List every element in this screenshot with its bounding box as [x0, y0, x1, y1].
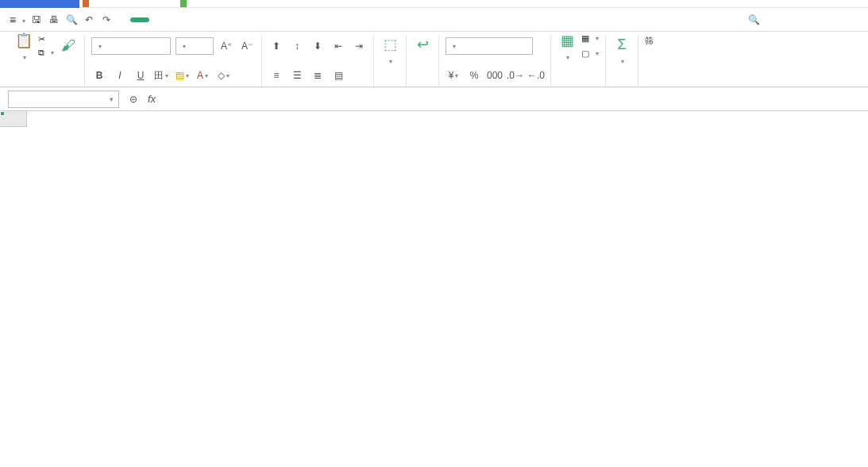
brush-icon: 🖌 — [59, 36, 78, 55]
conditional-label — [565, 52, 569, 61]
decrease-font-icon[interactable]: A⁻ — [239, 38, 255, 54]
font-size-select[interactable] — [176, 37, 214, 55]
sum-button[interactable]: Σ — [612, 35, 631, 65]
fill-handle[interactable] — [0, 111, 5, 116]
app-tab[interactable] — [0, 0, 79, 8]
fx-icon[interactable]: fx — [148, 93, 156, 105]
merge-label — [388, 56, 392, 65]
print-icon[interactable]: 🖶 — [48, 14, 60, 26]
fill-color-icon[interactable]: ▤ — [174, 68, 190, 83]
group-clipboard: 📋 ✂ ⧉ 🖌 — [8, 35, 85, 87]
table-style-button[interactable]: ▦ — [581, 33, 599, 44]
redo-icon[interactable]: ↷ — [100, 14, 113, 26]
cell-icon: ▢ — [581, 48, 589, 59]
align-center-icon[interactable]: ☰ — [289, 68, 305, 83]
sum-label — [619, 56, 624, 65]
more-label: 筛 — [645, 35, 654, 47]
italic-icon[interactable]: I — [112, 68, 128, 83]
search-input[interactable] — [763, 14, 858, 25]
scissors-icon: ✂ — [38, 34, 45, 44]
format-painter-button[interactable]: 🖌 — [59, 36, 78, 56]
font-color-icon[interactable]: A — [195, 68, 210, 83]
grid[interactable] — [0, 111, 868, 467]
font-name-select[interactable] — [91, 37, 171, 55]
quick-access-bar: ≡ 🖫 🖶 🔍 ↶ ↷ 🔍 — [0, 8, 868, 32]
name-box[interactable] — [8, 91, 119, 108]
paste-label — [21, 52, 26, 61]
percent-icon[interactable]: % — [466, 68, 482, 83]
paste-icon: 📋 — [14, 31, 33, 50]
wrap-icon: ↩ — [413, 35, 432, 54]
ribbon-tabs — [130, 17, 307, 22]
conditional-icon: ▦ — [557, 31, 577, 50]
wrap-button[interactable]: ↩ — [413, 35, 432, 56]
file-menu[interactable] — [21, 14, 25, 25]
copy-button[interactable]: ⧉ — [38, 48, 54, 58]
group-wrap: ↩ — [407, 35, 439, 87]
thousands-icon[interactable]: 000 — [487, 68, 503, 83]
formula-input[interactable] — [162, 93, 860, 105]
search-icon: 🔍 — [748, 14, 760, 25]
group-more: 筛 — [638, 35, 660, 87]
group-styles: ▦ ▦ ▢ — [551, 35, 606, 87]
sigma-icon: Σ — [612, 35, 631, 54]
align-left-icon[interactable]: ≡ — [268, 68, 284, 83]
justify-icon[interactable]: ▤ — [330, 68, 346, 83]
indent-right-icon[interactable]: ⇥ — [351, 38, 367, 54]
align-middle-icon[interactable]: ↕ — [289, 38, 305, 54]
save-icon[interactable]: 🖫 — [30, 14, 43, 26]
preview-icon[interactable]: 🔍 — [65, 14, 78, 26]
group-merge: ⬚ — [374, 35, 407, 87]
undo-icon[interactable]: ↶ — [83, 14, 95, 26]
paste-button[interactable]: 📋 — [14, 31, 33, 61]
currency-icon[interactable]: ¥ — [446, 68, 461, 83]
merge-icon: ⬚ — [380, 35, 399, 54]
align-bottom-icon[interactable]: ⬇ — [310, 38, 326, 54]
zoom-cancel-icon[interactable]: ⊖ — [125, 91, 141, 107]
group-align: ⬆ ↕ ⬇ ⇤ ⇥ ≡ ☰ ≣ ▤ — [262, 35, 374, 87]
copy-icon: ⧉ — [38, 48, 44, 58]
bold-icon[interactable]: B — [91, 68, 107, 83]
conditional-format-button[interactable]: ▦ — [557, 31, 577, 61]
cell-style-button[interactable]: ▢ — [581, 48, 599, 59]
group-number: ¥ % 000 .0→ ←.0 — [439, 35, 551, 87]
tab-indicator-orange — [83, 0, 89, 7]
decrease-decimal-icon[interactable]: ←.0 — [528, 68, 544, 83]
group-sum: Σ — [606, 35, 638, 87]
highlight-icon[interactable]: ◇ — [215, 68, 231, 83]
merge-button[interactable]: ⬚ — [380, 35, 399, 65]
underline-icon[interactable]: U — [133, 68, 149, 83]
border-icon[interactable]: 田 — [153, 68, 169, 83]
search-box[interactable]: 🔍 — [748, 14, 858, 25]
increase-decimal-icon[interactable]: .0→ — [507, 68, 523, 83]
menu-icon[interactable]: ≡ — [10, 14, 16, 26]
align-right-icon[interactable]: ≣ — [310, 68, 326, 83]
window-tabs — [0, 0, 868, 8]
align-top-icon[interactable]: ⬆ — [268, 38, 284, 54]
tab-start[interactable] — [130, 17, 149, 22]
increase-font-icon[interactable]: A⁺ — [218, 38, 234, 54]
group-font: A⁺ A⁻ B I U 田 ▤ A ◇ — [85, 35, 262, 87]
formula-bar: ⊖ fx — [0, 87, 868, 111]
number-format-select[interactable] — [446, 37, 533, 55]
tab-indicator-green — [180, 0, 187, 7]
indent-left-icon[interactable]: ⇤ — [330, 38, 346, 54]
ribbon: 📋 ✂ ⧉ 🖌 A⁺ A⁻ B I U 田 ▤ A — [0, 32, 868, 87]
table-icon: ▦ — [581, 33, 589, 44]
cut-button[interactable]: ✂ — [38, 34, 54, 44]
